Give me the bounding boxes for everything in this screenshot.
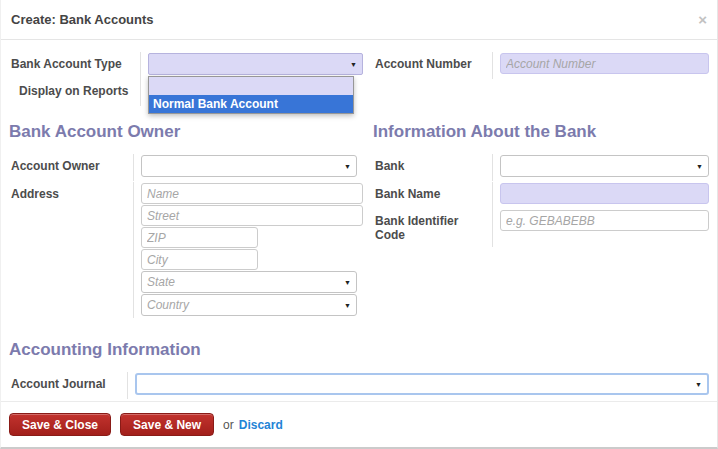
information-about-bank-heading: Information About the Bank — [373, 122, 709, 142]
bank-label: Bank — [373, 154, 493, 181]
save-and-close-button[interactable]: Save & Close — [9, 413, 111, 436]
dialog-header: Create: Bank Accounts × — [1, 0, 717, 40]
dialog-title: Create: Bank Accounts — [11, 12, 154, 27]
accounting-information-heading: Accounting Information — [9, 340, 709, 360]
address-zip-input[interactable] — [141, 227, 258, 248]
or-text: or — [223, 418, 234, 432]
chevron-down-icon: ▼ — [344, 279, 351, 286]
close-icon[interactable]: × — [698, 12, 707, 27]
chevron-down-icon: ▼ — [696, 163, 703, 170]
information-about-bank-section: Information About the Bank Bank ▼ Bank N… — [373, 108, 709, 318]
display-on-reports-label: Display on Reports — [9, 79, 141, 106]
account-owner-label: Account Owner — [9, 154, 134, 181]
bank-name-label: Bank Name — [373, 182, 493, 209]
bank-identifier-code-label: Bank Identifier Code — [373, 209, 493, 247]
bank-account-type-label: Bank Account Type — [9, 52, 141, 79]
chevron-down-icon: ▼ — [344, 163, 351, 170]
chevron-down-icon: ▼ — [350, 61, 357, 68]
account-journal-label: Account Journal — [9, 372, 128, 399]
bank-account-type-select[interactable]: ▼ — [148, 53, 363, 75]
bank-select[interactable]: ▼ — [500, 155, 709, 177]
dropdown-option-normal-bank-account[interactable]: Normal Bank Account — [149, 95, 353, 113]
chevron-down-icon: ▼ — [695, 381, 702, 388]
create-bank-account-dialog: Create: Bank Accounts × Bank Account Typ… — [0, 0, 718, 449]
dialog-footer: Save & Close Save & New or Discard — [1, 401, 717, 447]
account-owner-select[interactable]: ▼ — [141, 155, 357, 177]
address-fields: State ▼ Country ▼ — [134, 182, 363, 318]
account-number-input[interactable] — [500, 53, 709, 74]
bank-account-type-dropdown: Normal Bank Account — [148, 76, 354, 114]
address-street-input[interactable] — [141, 205, 363, 226]
address-state-select[interactable]: State ▼ — [141, 271, 357, 293]
bank-account-owner-section: Bank Account Owner Account Owner ▼ Addre… — [9, 108, 363, 318]
accounting-information-section: Accounting Information Account Journal ▼ — [9, 340, 709, 399]
address-name-input[interactable] — [141, 183, 363, 204]
address-label: Address — [9, 182, 134, 318]
left-top-table: Bank Account Type ▼ Normal Bank Account … — [9, 52, 363, 106]
account-journal-select[interactable]: ▼ — [135, 373, 709, 395]
bank-identifier-code-input[interactable] — [500, 210, 709, 231]
address-country-placeholder: Country — [147, 298, 189, 312]
bank-name-input[interactable] — [500, 183, 709, 204]
account-number-label: Account Number — [373, 52, 493, 79]
chevron-down-icon: ▼ — [344, 302, 351, 309]
save-and-new-button[interactable]: Save & New — [120, 413, 214, 436]
address-country-select[interactable]: Country ▼ — [141, 294, 357, 316]
top-field-group: Bank Account Type ▼ Normal Bank Account … — [9, 52, 709, 106]
bank-account-owner-heading: Bank Account Owner — [9, 122, 363, 142]
dialog-body: Bank Account Type ▼ Normal Bank Account … — [1, 40, 717, 401]
middle-sections: Bank Account Owner Account Owner ▼ Addre… — [9, 108, 709, 318]
dropdown-option-empty[interactable] — [149, 77, 353, 95]
address-state-placeholder: State — [147, 275, 175, 289]
address-city-input[interactable] — [141, 249, 258, 270]
right-top-table: Account Number — [373, 52, 709, 106]
discard-link[interactable]: Discard — [239, 418, 283, 432]
